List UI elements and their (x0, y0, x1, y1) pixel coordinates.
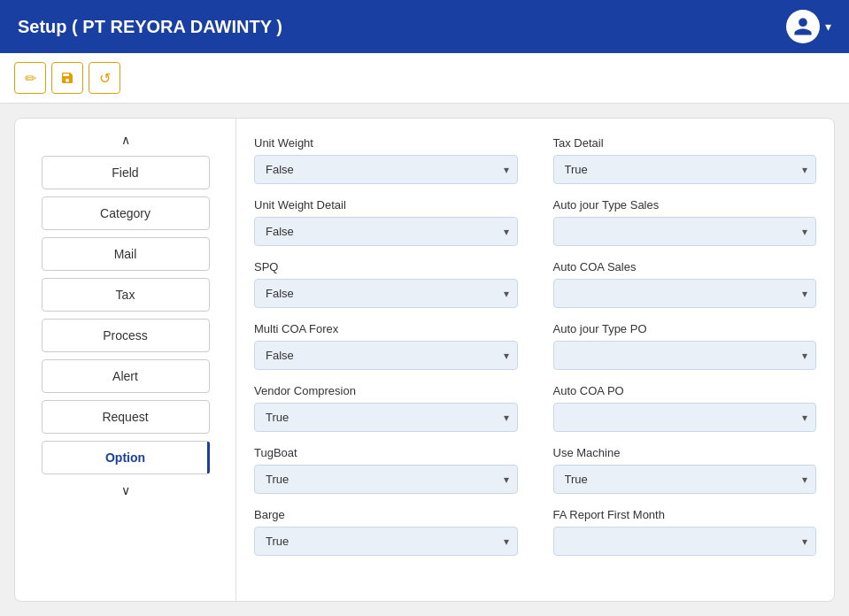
sidebar-item-process[interactable]: Process (42, 319, 210, 352)
save-icon (60, 71, 74, 85)
field-use-machine: Use Machine TrueFalse (553, 446, 817, 494)
unit-weight-detail-select[interactable]: FalseTrue (254, 217, 518, 246)
unit-weight-detail-label: Unit Weight Detail (254, 198, 518, 212)
field-unit-weight: Unit Weight FalseTrue (254, 136, 518, 184)
unit-weight-select-wrapper: FalseTrue (254, 155, 518, 184)
multi-coa-forex-select[interactable]: FalseTrue (254, 341, 518, 370)
field-auto-coa-po: Auto COA PO TrueFalse (553, 384, 817, 432)
field-auto-jour-type-po: Auto jour Type PO TrueFalse (553, 322, 817, 370)
card: ∧ Field Category Mail Tax Process Alert … (14, 118, 835, 602)
auto-coa-sales-select[interactable]: TrueFalse (553, 279, 817, 308)
content-area: Unit Weight FalseTrue Unit Weight Detail… (236, 119, 834, 601)
spq-select-wrapper: FalseTrue (254, 279, 518, 308)
auto-coa-sales-label: Auto COA Sales (553, 260, 817, 273)
sidebar-item-field[interactable]: Field (42, 156, 210, 189)
use-machine-select[interactable]: TrueFalse (553, 465, 817, 494)
spq-label: SPQ (254, 260, 518, 273)
fa-report-first-month-select-wrapper: TrueFalse (553, 527, 817, 556)
use-machine-label: Use Machine (553, 446, 817, 459)
auto-jour-type-po-label: Auto jour Type PO (553, 322, 817, 335)
sidebar-item-category[interactable]: Category (42, 196, 210, 230)
barge-select[interactable]: TrueFalse (254, 527, 518, 556)
header-chevron-icon[interactable]: ▾ (825, 19, 831, 34)
header: Setup ( PT REYORA DAWINTY ) ▾ (0, 0, 849, 53)
field-auto-jour-type-sales: Auto jour Type Sales TrueFalse (553, 198, 817, 246)
sidebar-item-mail[interactable]: Mail (42, 237, 210, 271)
sidebar-item-alert[interactable]: Alert (42, 359, 210, 393)
barge-label: Barge (254, 508, 518, 521)
avatar[interactable] (786, 10, 820, 43)
save-button[interactable] (51, 62, 83, 94)
header-right: ▾ (786, 10, 831, 43)
auto-jour-type-po-select-wrapper: TrueFalse (553, 341, 817, 370)
tax-detail-select-wrapper: TrueFalse (553, 155, 817, 184)
sidebar-chevron-down[interactable]: ∨ (116, 478, 135, 503)
multi-coa-forex-label: Multi COA Forex (254, 322, 518, 335)
tax-detail-select[interactable]: TrueFalse (553, 155, 817, 184)
barge-select-wrapper: TrueFalse (254, 527, 518, 556)
spq-select[interactable]: FalseTrue (254, 279, 518, 308)
unit-weight-select[interactable]: FalseTrue (254, 155, 518, 184)
header-title: Setup ( PT REYORA DAWINTY ) (18, 17, 282, 37)
vendor-compresion-select[interactable]: TrueFalse (254, 403, 518, 432)
user-icon (792, 16, 814, 37)
tugboat-select[interactable]: TrueFalse (254, 465, 518, 494)
field-auto-coa-sales: Auto COA Sales TrueFalse (553, 260, 817, 308)
field-vendor-compresion: Vendor Compresion TrueFalse (254, 384, 518, 432)
vendor-compresion-select-wrapper: TrueFalse (254, 403, 518, 432)
tax-detail-label: Tax Detail (553, 136, 817, 150)
field-unit-weight-detail: Unit Weight Detail FalseTrue (254, 198, 518, 246)
field-tax-detail: Tax Detail TrueFalse (553, 136, 817, 184)
left-column: Unit Weight FalseTrue Unit Weight Detail… (254, 136, 518, 570)
edit-button[interactable]: ✏ (14, 62, 46, 94)
fa-report-first-month-label: FA Report First Month (553, 508, 817, 521)
main-content: ∧ Field Category Mail Tax Process Alert … (0, 104, 849, 616)
vendor-compresion-label: Vendor Compresion (254, 384, 518, 397)
reset-button[interactable]: ↺ (89, 62, 120, 94)
auto-jour-type-sales-select-wrapper: TrueFalse (553, 217, 817, 246)
sidebar-chevron-up[interactable]: ∧ (116, 127, 135, 152)
auto-coa-po-label: Auto COA PO (553, 384, 817, 397)
field-tugboat: TugBoat TrueFalse (254, 446, 518, 494)
auto-jour-type-sales-label: Auto jour Type Sales (553, 198, 817, 212)
sidebar-item-request[interactable]: Request (42, 400, 210, 434)
auto-coa-sales-select-wrapper: TrueFalse (553, 279, 817, 308)
unit-weight-detail-select-wrapper: FalseTrue (254, 217, 518, 246)
field-fa-report-first-month: FA Report First Month TrueFalse (553, 508, 817, 556)
multi-coa-forex-select-wrapper: FalseTrue (254, 341, 518, 370)
auto-coa-po-select-wrapper: TrueFalse (553, 403, 817, 432)
tugboat-select-wrapper: TrueFalse (254, 465, 518, 494)
auto-jour-type-sales-select[interactable]: TrueFalse (553, 217, 817, 246)
toolbar: ✏ ↺ (0, 53, 849, 104)
field-multi-coa-forex: Multi COA Forex FalseTrue (254, 322, 518, 370)
sidebar: ∧ Field Category Mail Tax Process Alert … (15, 119, 236, 601)
field-spq: SPQ FalseTrue (254, 260, 518, 308)
auto-coa-po-select[interactable]: TrueFalse (553, 403, 817, 432)
auto-jour-type-po-select[interactable]: TrueFalse (553, 341, 817, 370)
field-barge: Barge TrueFalse (254, 508, 518, 556)
sidebar-item-tax[interactable]: Tax (42, 278, 210, 312)
unit-weight-label: Unit Weight (254, 136, 518, 150)
sidebar-item-option[interactable]: Option (42, 441, 210, 474)
right-column: Tax Detail TrueFalse Auto jour Type Sale… (553, 136, 817, 570)
tugboat-label: TugBoat (254, 446, 518, 459)
use-machine-select-wrapper: TrueFalse (553, 465, 817, 494)
fa-report-first-month-select[interactable]: TrueFalse (553, 527, 817, 556)
